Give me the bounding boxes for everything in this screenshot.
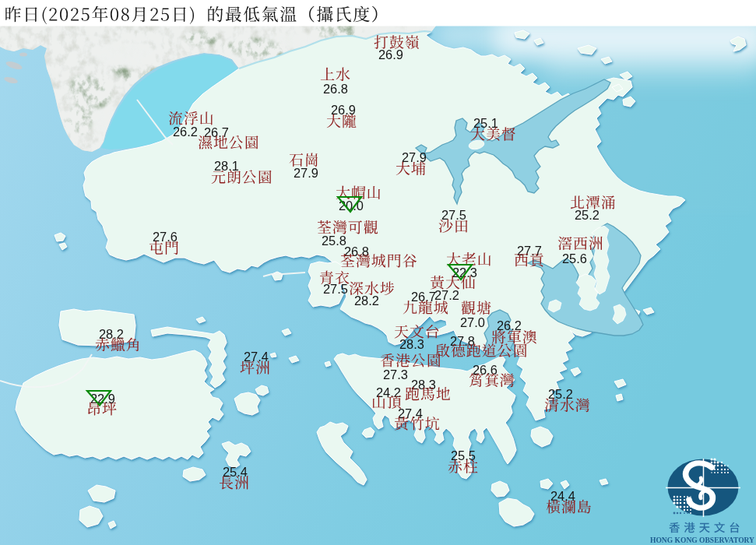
- svg-text:25.2: 25.2: [548, 387, 573, 401]
- svg-text:26.8: 26.8: [323, 82, 348, 96]
- svg-text:27.5: 27.5: [441, 208, 466, 222]
- svg-text:27.7: 27.7: [517, 244, 542, 258]
- svg-text:27.5: 27.5: [323, 282, 348, 296]
- svg-text:26.6: 26.6: [473, 363, 498, 377]
- svg-text:27.3: 27.3: [383, 367, 408, 382]
- svg-text:27.0: 27.0: [460, 315, 485, 329]
- svg-text:25.6: 25.6: [562, 251, 587, 265]
- svg-text:24.2: 24.2: [376, 385, 401, 399]
- svg-text:27.2: 27.2: [434, 288, 459, 302]
- svg-text:28.2: 28.2: [354, 294, 379, 308]
- svg-text:27.9: 27.9: [294, 166, 318, 180]
- svg-text:26.2: 26.2: [173, 125, 198, 139]
- svg-text:HONG KONG OBSERVATORY: HONG KONG OBSERVATORY: [650, 535, 755, 544]
- svg-text:28.1: 28.1: [214, 159, 239, 173]
- svg-text:28.3: 28.3: [399, 337, 424, 351]
- svg-text:25.2: 25.2: [575, 208, 600, 222]
- svg-text:26.9: 26.9: [378, 47, 403, 62]
- svg-text:25.8: 25.8: [322, 234, 346, 248]
- svg-text:26.7: 26.7: [411, 290, 436, 304]
- svg-text:26.8: 26.8: [344, 244, 369, 258]
